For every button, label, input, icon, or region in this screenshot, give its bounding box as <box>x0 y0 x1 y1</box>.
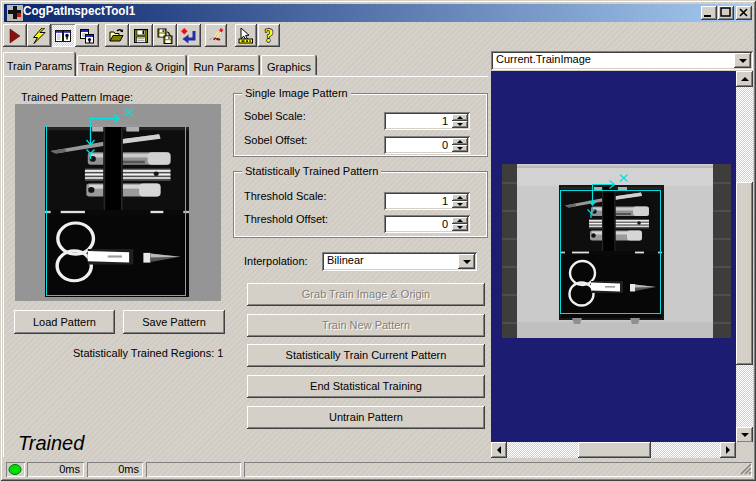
svg-text:?: ? <box>265 28 274 44</box>
